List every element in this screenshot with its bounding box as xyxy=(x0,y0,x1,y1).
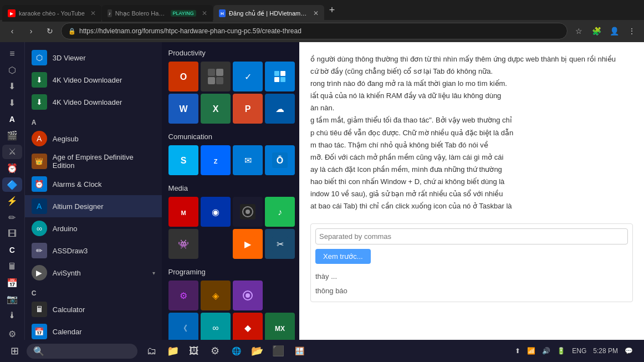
tile-media-cutter[interactable]: ✂ xyxy=(265,229,295,259)
app-alarms[interactable]: ⏰ Alarms & Clock xyxy=(25,173,162,195)
tile-media3[interactable] xyxy=(233,197,263,227)
taskbar-files[interactable]: 📂 xyxy=(247,341,267,361)
tile-squares[interactable] xyxy=(201,62,231,91)
app-altium[interactable]: A Altium Designer xyxy=(25,195,162,217)
tab-music-close[interactable]: ✕ xyxy=(202,9,207,17)
tags-input[interactable] xyxy=(315,228,628,244)
tile-marvel[interactable]: M xyxy=(168,197,198,227)
tile-onedrive[interactable]: ☁ xyxy=(265,94,295,124)
tab-hdvietnam[interactable]: H Đăng chủ đề | HDVietnam - Ho... ✕ xyxy=(213,5,324,22)
tile-alien[interactable]: 👾 xyxy=(168,229,198,259)
app-4k-downloader-2[interactable]: ⬇ 4K Video Downloader xyxy=(25,91,162,113)
new-tab-button[interactable]: + xyxy=(325,4,340,16)
nav-coretemp[interactable]: 🌡 xyxy=(2,309,22,323)
content-paragraph-5: àn nàn. xyxy=(310,102,633,114)
taskbar-explorer[interactable]: 📁 xyxy=(163,341,183,361)
tab-youtube-close[interactable]: ✕ xyxy=(90,9,96,17)
app-arduino[interactable]: ∞ Arduino xyxy=(25,217,162,239)
tab-music[interactable]: ♪ Nhạc Bolero Hay Nhất ♫ Đập V... PLAYIN… xyxy=(102,5,213,22)
nav-download[interactable]: ⬇ xyxy=(2,79,22,94)
tile-ruby[interactable]: ◆ xyxy=(233,313,263,343)
preview-button[interactable]: Xem trước... xyxy=(315,249,371,264)
app-calculator[interactable]: 🖩 Calculator xyxy=(25,298,162,320)
taskbar-pinned-items: 🗂 📁 🖼 ⚙ 🌐 📂 ⬛ 🪟 xyxy=(142,341,309,361)
svg-rect-5 xyxy=(216,77,223,84)
tile-prog3[interactable] xyxy=(233,281,263,310)
bookmark-button[interactable]: ☆ xyxy=(571,23,586,39)
aegisub-icon: A xyxy=(32,131,47,146)
tray-language[interactable]: ENG xyxy=(570,346,589,356)
app-age-of-empires[interactable]: 👑 Age of Empires Definitive Edition xyxy=(25,150,162,173)
nav-hamburger[interactable]: ≡ xyxy=(2,47,22,61)
app-4k-downloader-2-label: 4K Video Downloader xyxy=(53,98,155,106)
nav-assdraw[interactable]: ✏ xyxy=(2,210,22,225)
tile-vscode[interactable]: 《 xyxy=(168,313,198,343)
taskbar-settings[interactable]: ⚙ xyxy=(205,341,225,361)
nav-avisynth[interactable]: 🎞 xyxy=(2,227,22,241)
tile-spotify[interactable]: ♪ xyxy=(265,197,295,227)
nav-calendar[interactable]: 📅 xyxy=(2,276,22,290)
taskbar-start[interactable]: ⊞ xyxy=(4,341,24,361)
app-4k-downloader-1[interactable]: ⬇ 4K Video Downloader xyxy=(25,69,162,91)
nav-download2[interactable]: ⬇ xyxy=(2,96,22,110)
nav-3d[interactable]: ⬡ xyxy=(2,63,22,78)
app-aegisub[interactable]: A Aegisub xyxy=(25,128,162,150)
tile-zalo[interactable]: Z xyxy=(201,145,231,175)
tile-prog1[interactable]: ⚙ xyxy=(168,281,198,310)
notify-label-area: thông báo xyxy=(315,285,628,297)
system-tray: ⬆ 📶 🔊 🔋 ENG 5:28 PM 💬 xyxy=(513,346,640,356)
tile-store[interactable] xyxy=(265,62,295,91)
nav-camera[interactable]: 📷 xyxy=(2,292,22,307)
tile-arduino-tile[interactable]: ∞ xyxy=(201,313,231,343)
tile-todo[interactable]: ✓ xyxy=(233,62,263,91)
nav-arduino[interactable]: ⚡ xyxy=(2,194,22,208)
url-bar[interactable]: 🔒 https://hdvietnam.org/forums/htpc-hard… xyxy=(61,23,568,39)
back-button[interactable]: ‹ xyxy=(4,23,20,39)
svg-text:◈: ◈ xyxy=(212,291,219,300)
reload-button[interactable]: ↻ xyxy=(42,23,58,39)
tile-prog2[interactable]: ◈ xyxy=(201,281,231,310)
tray-volume[interactable]: 🔊 xyxy=(540,346,553,356)
taskbar-task-view[interactable]: 🗂 xyxy=(142,341,162,361)
notify-label: thông báo xyxy=(315,287,347,295)
nav-aegisub[interactable]: 🎬 xyxy=(2,129,22,143)
tile-play[interactable]: ▶ xyxy=(233,229,263,259)
app-calendar[interactable]: 📅 Calendar xyxy=(25,320,162,343)
tile-powerpoint[interactable]: P xyxy=(233,94,263,124)
tile-mx[interactable]: MX xyxy=(265,313,295,343)
taskbar-photos[interactable]: 🖼 xyxy=(184,341,204,361)
tray-notification[interactable]: 💬 xyxy=(622,346,635,356)
nav-calculator[interactable]: 🖩 xyxy=(2,259,22,274)
taskbar-search-box[interactable]: 🔍 xyxy=(27,344,137,359)
tray-up-arrow[interactable]: ⬆ xyxy=(513,346,523,356)
nav-settings[interactable]: ⚙ xyxy=(2,327,22,341)
tile-skype[interactable]: S xyxy=(168,145,198,175)
communication-label: Comunication xyxy=(168,132,293,141)
tile-word[interactable]: W xyxy=(168,94,198,124)
tile-excel[interactable]: X xyxy=(201,94,231,124)
app-3d-viewer[interactable]: ⬡ 3D Viewer xyxy=(25,47,162,69)
extensions-button[interactable]: 🧩 xyxy=(589,23,604,39)
tab-youtube[interactable]: ▶ karaoke chèo - YouTube ✕ xyxy=(2,5,101,22)
menu-button[interactable]: ⋮ xyxy=(624,23,640,39)
right-panel: ồ người dùng thông thường thì đơn từ thì… xyxy=(299,42,644,362)
tile-dc[interactable]: ◉ xyxy=(201,197,231,227)
tile-outlook[interactable]: Ō xyxy=(265,145,295,175)
tab-hdvietnam-close[interactable]: ✕ xyxy=(313,9,319,17)
tile-mail[interactable]: ✉ xyxy=(233,145,263,175)
app-assdraw[interactable]: ✏ ASSDraw3 xyxy=(25,239,162,262)
tile-office[interactable]: O xyxy=(168,62,198,91)
nav-altium[interactable]: 🔷 xyxy=(2,177,22,192)
tray-battery[interactable]: 🔋 xyxy=(555,346,568,356)
app-avisynth[interactable]: ▶ AviSynth ▾ xyxy=(25,262,162,284)
nav-age[interactable]: ⚔ xyxy=(2,145,22,159)
account-button[interactable]: 👤 xyxy=(606,23,622,39)
taskbar-browser[interactable]: 🌐 xyxy=(226,341,246,361)
tray-network[interactable]: 📶 xyxy=(525,346,538,356)
nav-alarm[interactable]: ⏰ xyxy=(2,161,22,176)
calendar-icon: 📅 xyxy=(32,324,47,339)
taskbar-apps[interactable]: ⬛ xyxy=(268,341,288,361)
taskbar-widgets[interactable]: 🪟 xyxy=(289,341,309,361)
forward-button[interactable]: › xyxy=(23,23,39,39)
tray-clock[interactable]: 5:28 PM xyxy=(591,346,620,356)
